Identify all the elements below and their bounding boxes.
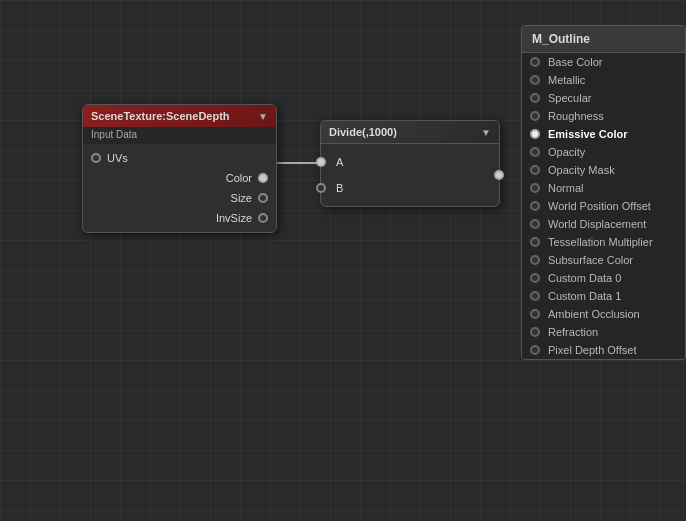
color-pin[interactable] [258, 173, 268, 183]
divide-header: Divide(,1000) ▼ [321, 121, 499, 144]
m-outline-panel: M_Outline Base Color Metallic Specular R… [521, 25, 686, 360]
opacity-label: Opacity [548, 146, 585, 158]
m-outline-item-emissive[interactable]: Emissive Color [522, 125, 685, 143]
custom-data-0-pin [530, 273, 540, 283]
m-outline-item-world-displacement[interactable]: World Displacement [522, 215, 685, 233]
m-outline-item-ambient-occlusion[interactable]: Ambient Occlusion [522, 305, 685, 323]
m-outline-item-metallic[interactable]: Metallic [522, 71, 685, 89]
m-outline-item-subsurface[interactable]: Subsurface Color [522, 251, 685, 269]
opacity-mask-pin [530, 165, 540, 175]
specular-label: Specular [548, 92, 591, 104]
m-outline-item-custom-data-1[interactable]: Custom Data 1 [522, 287, 685, 305]
custom-data-1-pin [530, 291, 540, 301]
uvs-row: UVs [83, 148, 276, 168]
m-outline-item-world-position-offset[interactable]: World Position Offset [522, 197, 685, 215]
refraction-pin [530, 327, 540, 337]
metallic-label: Metallic [548, 74, 585, 86]
scene-texture-header: SceneTexture:SceneDepth ▼ [83, 105, 276, 127]
m-outline-title: M_Outline [522, 26, 685, 53]
subsurface-label: Subsurface Color [548, 254, 633, 266]
scene-texture-body: UVs Color Size InvSize [83, 144, 276, 232]
divide-output-pin[interactable] [494, 170, 504, 180]
m-outline-item-opacity-mask[interactable]: Opacity Mask [522, 161, 685, 179]
uvs-label: UVs [107, 152, 128, 164]
normal-pin [530, 183, 540, 193]
invsize-pin[interactable] [258, 213, 268, 223]
world-displacement-label: World Displacement [548, 218, 646, 230]
divide-b-pin[interactable] [316, 183, 326, 193]
custom-data-1-label: Custom Data 1 [548, 290, 621, 302]
metallic-pin [530, 75, 540, 85]
color-row: Color [83, 168, 276, 188]
m-outline-item-roughness[interactable]: Roughness [522, 107, 685, 125]
size-pin[interactable] [258, 193, 268, 203]
m-outline-item-base-color[interactable]: Base Color [522, 53, 685, 71]
opacity-pin [530, 147, 540, 157]
opacity-mask-label: Opacity Mask [548, 164, 615, 176]
emissive-pin [530, 129, 540, 139]
invsize-label: InvSize [216, 212, 252, 224]
divide-title: Divide(,1000) [329, 126, 397, 138]
m-outline-item-refraction[interactable]: Refraction [522, 323, 685, 341]
uvs-pin[interactable] [91, 153, 101, 163]
roughness-label: Roughness [548, 110, 604, 122]
divide-a-label: A [336, 156, 343, 168]
m-outline-item-pixel-depth[interactable]: Pixel Depth Offset [522, 341, 685, 359]
ambient-occlusion-label: Ambient Occlusion [548, 308, 640, 320]
refraction-label: Refraction [548, 326, 598, 338]
scene-texture-node: SceneTexture:SceneDepth ▼ Input Data UVs… [82, 104, 277, 233]
world-displacement-pin [530, 219, 540, 229]
normal-label: Normal [548, 182, 583, 194]
m-outline-item-custom-data-0[interactable]: Custom Data 0 [522, 269, 685, 287]
m-outline-item-specular[interactable]: Specular [522, 89, 685, 107]
ambient-occlusion-pin [530, 309, 540, 319]
m-outline-item-normal[interactable]: Normal [522, 179, 685, 197]
emissive-label: Emissive Color [548, 128, 627, 140]
tessellation-pin [530, 237, 540, 247]
scene-texture-subtitle: Input Data [83, 127, 276, 144]
subsurface-pin [530, 255, 540, 265]
base-color-pin [530, 57, 540, 67]
world-position-offset-label: World Position Offset [548, 200, 651, 212]
invsize-row: InvSize [83, 208, 276, 228]
divide-node: Divide(,1000) ▼ A B [320, 120, 500, 207]
tessellation-label: Tessellation Multiplier [548, 236, 653, 248]
base-color-label: Base Color [548, 56, 602, 68]
custom-data-0-label: Custom Data 0 [548, 272, 621, 284]
divide-expand[interactable]: ▼ [481, 127, 491, 138]
pixel-depth-label: Pixel Depth Offset [548, 344, 636, 356]
roughness-pin [530, 111, 540, 121]
m-outline-item-tessellation[interactable]: Tessellation Multiplier [522, 233, 685, 251]
scene-texture-expand[interactable]: ▼ [258, 111, 268, 122]
divide-a-pin[interactable] [316, 157, 326, 167]
specular-pin [530, 93, 540, 103]
divide-b-label: B [336, 182, 343, 194]
size-label: Size [231, 192, 252, 204]
scene-texture-title: SceneTexture:SceneDepth [91, 110, 230, 122]
world-position-offset-pin [530, 201, 540, 211]
color-label: Color [226, 172, 252, 184]
size-row: Size [83, 188, 276, 208]
divide-body: A B [321, 144, 499, 206]
m-outline-item-opacity[interactable]: Opacity [522, 143, 685, 161]
pixel-depth-pin [530, 345, 540, 355]
